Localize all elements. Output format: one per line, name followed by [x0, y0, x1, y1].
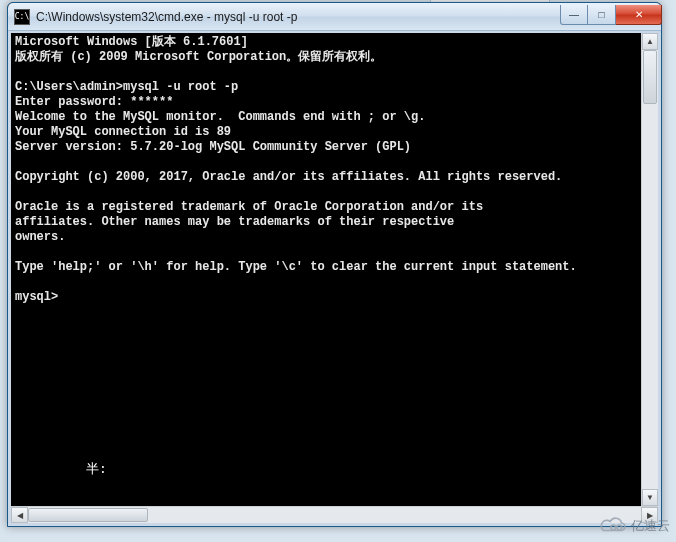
cloud-icon — [599, 516, 629, 536]
scroll-down-button[interactable]: ▼ — [642, 489, 658, 506]
titlebar[interactable]: C:\ C:\Windows\system32\cmd.exe - mysql … — [8, 3, 661, 31]
scroll-left-button[interactable]: ◀ — [11, 507, 28, 523]
minimize-button[interactable]: — — [560, 5, 588, 25]
scroll-up-button[interactable]: ▲ — [642, 33, 658, 50]
app-icon: C:\ — [14, 9, 30, 25]
horizontal-scrollbar[interactable]: ◀ ▶ — [11, 506, 658, 523]
watermark-text: 亿速云 — [631, 517, 670, 535]
window-title: C:\Windows\system32\cmd.exe - mysql -u r… — [36, 10, 560, 24]
terminal-frame: Microsoft Windows [版本 6.1.7601] 版权所有 (c)… — [8, 31, 661, 526]
v-scroll-thumb[interactable] — [643, 50, 657, 104]
vertical-scrollbar[interactable]: ▲ ▼ — [641, 33, 658, 506]
ime-indicator: 半: — [86, 460, 107, 478]
svg-point-0 — [611, 525, 616, 530]
window-controls: — □ ✕ — [560, 5, 662, 25]
terminal-viewport[interactable]: Microsoft Windows [版本 6.1.7601] 版权所有 (c)… — [11, 33, 658, 506]
watermark: 亿速云 — [599, 516, 670, 536]
maximize-button[interactable]: □ — [588, 5, 616, 25]
h-scroll-track[interactable] — [28, 507, 641, 523]
v-scroll-track[interactable] — [642, 50, 658, 489]
cmd-window: C:\ C:\Windows\system32\cmd.exe - mysql … — [7, 2, 662, 527]
terminal-output: Microsoft Windows [版本 6.1.7601] 版权所有 (c)… — [15, 35, 654, 305]
close-button[interactable]: ✕ — [616, 5, 662, 25]
svg-point-1 — [617, 525, 622, 530]
h-scroll-thumb[interactable] — [28, 508, 148, 522]
